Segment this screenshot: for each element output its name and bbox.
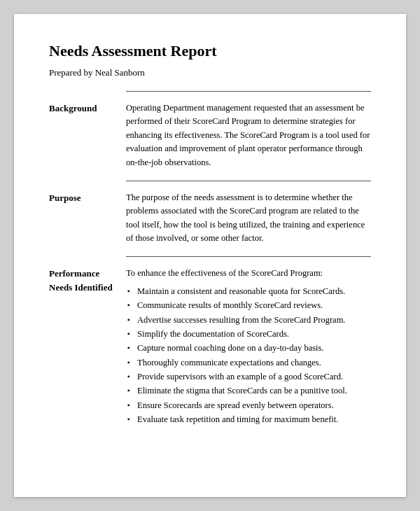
list-item: Maintain a consistent and reasonable quo… <box>126 285 371 298</box>
purpose-text: The purpose of the needs assessment is t… <box>126 191 371 246</box>
list-item: Communicate results of monthly ScoreCard… <box>126 299 371 312</box>
list-item: Evaluate task repetition and timing for … <box>126 413 371 426</box>
list-item: Advertise successes resulting from the S… <box>126 314 371 327</box>
document-page: Needs Assessment Report Prepared by Neal… <box>14 14 406 497</box>
divider-2 <box>49 256 371 257</box>
background-text: Operating Department management requeste… <box>126 102 371 169</box>
page-title: Needs Assessment Report <box>49 42 371 60</box>
section-background-row: Background Operating Department manageme… <box>49 102 371 174</box>
purpose-content: The purpose of the needs assessment is t… <box>126 191 371 250</box>
divider-1 <box>49 181 371 181</box>
list-item: Provide supervisors with an example of a… <box>126 370 371 384</box>
section-background: Background Operating Department manageme… <box>49 102 371 174</box>
performance-needs-label: PerformanceNeeds Identified <box>49 267 126 294</box>
list-item: Simplify the documentation of ScoreCards… <box>126 328 371 341</box>
background-content: Operating Department management requeste… <box>126 102 371 174</box>
section-purpose: Purpose The purpose of the needs assessm… <box>49 191 371 250</box>
prepared-by: Prepared by Neal Sanborn <box>49 67 371 78</box>
top-divider <box>49 91 371 92</box>
section-performance-needs-row: PerformanceNeeds Identified To enhance t… <box>49 267 371 427</box>
background-label: Background <box>49 102 126 115</box>
list-item: Capture normal coaching done on a day-to… <box>126 342 371 355</box>
performance-needs-content: To enhance the effectiveness of the Scor… <box>126 267 371 427</box>
section-performance-needs: PerformanceNeeds Identified To enhance t… <box>49 267 371 427</box>
performance-needs-intro: To enhance the effectiveness of the Scor… <box>126 267 371 280</box>
list-item: Ensure Scorecards are spread evenly betw… <box>126 399 371 412</box>
section-purpose-row: Purpose The purpose of the needs assessm… <box>49 191 371 250</box>
list-item: Eliminate the stigma that ScoreCards can… <box>126 384 371 398</box>
purpose-label: Purpose <box>49 191 126 205</box>
list-item: Thoroughly communicate expectations and … <box>126 356 371 370</box>
performance-needs-list: Maintain a consistent and reasonable quo… <box>126 285 371 427</box>
